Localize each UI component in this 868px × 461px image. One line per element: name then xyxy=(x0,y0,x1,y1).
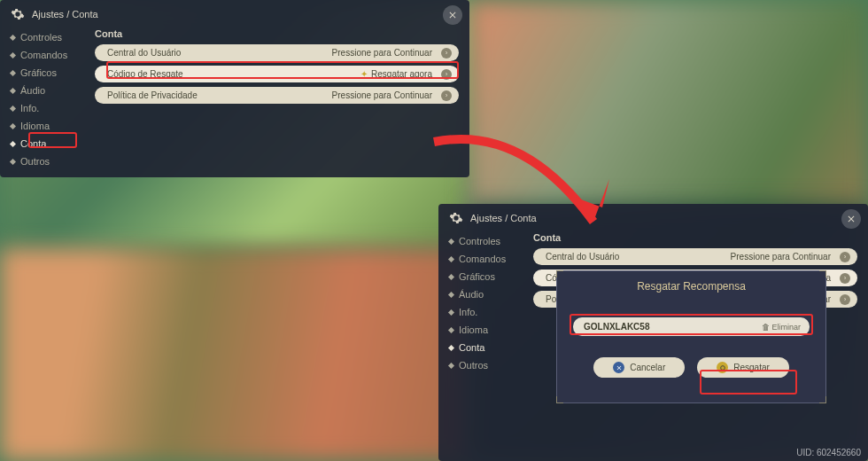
sidebar-item-controles[interactable]: Controles xyxy=(449,232,533,250)
sidebar-item-info[interactable]: Info. xyxy=(449,303,533,321)
modal-title: Resgatar Recompensa xyxy=(557,271,825,301)
highlight-conta-tab xyxy=(28,132,77,148)
uid-label: UID: 602452660 xyxy=(796,448,861,457)
cancel-button[interactable]: Cancelar xyxy=(593,357,685,378)
close-button[interactable] xyxy=(443,5,462,25)
sidebar-item-conta[interactable]: Conta xyxy=(449,339,533,356)
cancel-icon xyxy=(613,362,624,373)
row-privacy[interactable]: Política de Privacidade Pressione para C… xyxy=(95,87,459,104)
chevron-right-icon: › xyxy=(840,273,850,284)
section-title: Conta xyxy=(95,28,459,39)
sidebar-item-graficos[interactable]: Gráficos xyxy=(11,64,95,82)
settings-panel-step1: Ajustes / Conta Controles Comandos Gráfi… xyxy=(0,0,469,177)
sidebar-item-audio[interactable]: Áudio xyxy=(11,82,95,99)
sidebar-item-outros[interactable]: Outros xyxy=(11,152,95,170)
highlight-code-input xyxy=(570,314,813,335)
highlight-redeem-row xyxy=(106,61,459,79)
settings-sidebar: Controles Comandos Gráficos Áudio Info. … xyxy=(449,232,533,374)
close-icon xyxy=(846,214,856,224)
section-title: Conta xyxy=(533,232,857,243)
sidebar-item-comandos[interactable]: Comandos xyxy=(11,46,95,64)
gear-icon xyxy=(11,7,25,21)
chevron-right-icon: › xyxy=(840,252,850,262)
breadcrumb: Ajustes / Conta xyxy=(470,213,537,223)
row-user-center[interactable]: Central do Usuário Pressione para Contin… xyxy=(533,248,857,265)
settings-sidebar: Controles Comandos Gráficos Áudio Info. … xyxy=(11,28,95,170)
sidebar-item-outros[interactable]: Outros xyxy=(449,356,533,374)
sidebar-item-audio[interactable]: Áudio xyxy=(449,285,533,303)
sidebar-item-graficos[interactable]: Gráficos xyxy=(449,268,533,285)
chevron-right-icon: › xyxy=(441,90,452,101)
settings-content: Conta Central do Usuário Pressione para … xyxy=(95,28,459,170)
close-icon xyxy=(447,10,458,20)
highlight-confirm-button xyxy=(700,370,797,395)
sidebar-item-comandos[interactable]: Comandos xyxy=(449,250,533,268)
sidebar-item-idioma[interactable]: Idioma xyxy=(449,321,533,339)
panel-header: Ajustes / Conta xyxy=(0,0,469,28)
panel-header: Ajustes / Conta xyxy=(438,204,868,232)
chevron-right-icon: › xyxy=(840,294,850,305)
sidebar-item-info[interactable]: Info. xyxy=(11,99,95,117)
sidebar-item-controles[interactable]: Controles xyxy=(11,28,95,46)
breadcrumb: Ajustes / Conta xyxy=(32,9,98,20)
chevron-right-icon: › xyxy=(441,48,452,59)
row-user-center[interactable]: Central do Usuário Pressione para Contin… xyxy=(95,44,459,61)
close-button[interactable] xyxy=(841,209,861,229)
gear-icon xyxy=(449,211,463,225)
